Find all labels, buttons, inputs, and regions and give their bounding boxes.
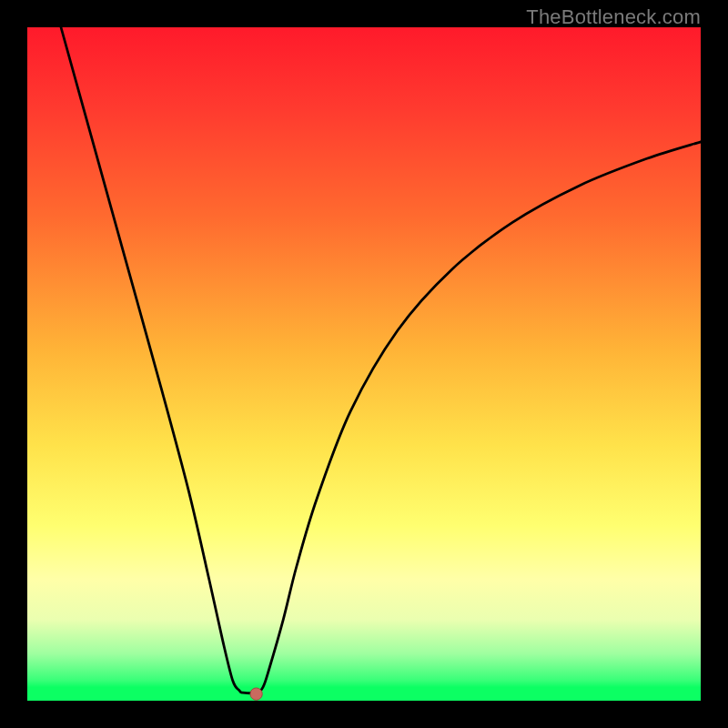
plot-area	[27, 27, 701, 701]
curve-svg	[27, 27, 701, 701]
minimum-marker	[250, 688, 262, 700]
chart-frame: TheBottleneck.com	[0, 0, 728, 728]
watermark-text: TheBottleneck.com	[526, 5, 701, 29]
bottleneck-curve	[61, 27, 701, 693]
